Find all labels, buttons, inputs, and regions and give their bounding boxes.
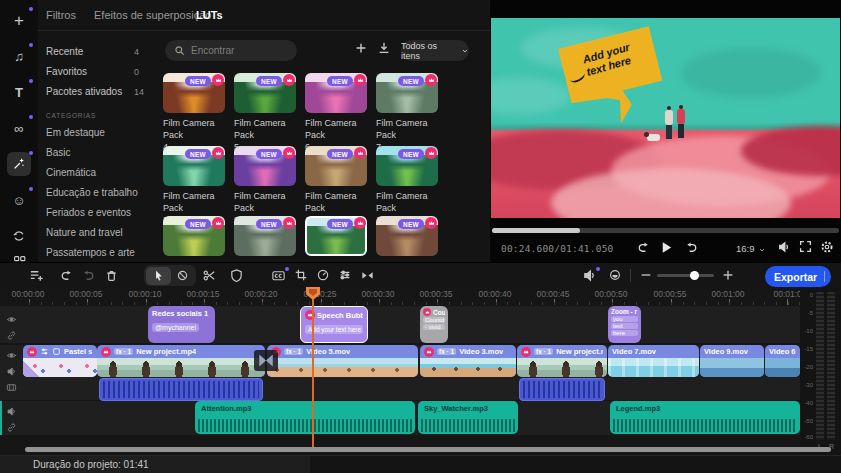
video-clip[interactable]: Video 6.mov — [765, 345, 800, 377]
video-clip[interactable]: fx · 1 New project.mp4 — [97, 345, 265, 377]
transitions-icon[interactable]: ∞ — [7, 116, 31, 140]
download-icon[interactable] — [377, 41, 391, 55]
track-volume-icon[interactable] — [582, 268, 598, 284]
category-education[interactable]: Educação e trabalho — [46, 187, 138, 198]
category-nature[interactable]: Nature and travel — [46, 227, 123, 238]
transition-indicator[interactable] — [254, 350, 278, 371]
audio-clip[interactable]: Attention.mp3 — [195, 401, 415, 434]
track3-link-icon[interactable] — [6, 422, 17, 433]
category-cinematic[interactable]: Cinemática — [46, 167, 96, 178]
render-preview-icon[interactable] — [608, 268, 624, 284]
lut-item[interactable]: NEW — [163, 216, 225, 256]
aspect-ratio-selector[interactable]: 16:9 — [736, 243, 755, 254]
lut-item[interactable]: NEW — [376, 73, 438, 113]
clip-thumbnail — [765, 358, 800, 377]
overlay-clip-zoom[interactable]: Zoom - r you text here — [608, 306, 641, 343]
snap-off-tool-icon[interactable] — [170, 267, 195, 285]
sidebar-item-activated-packs[interactable]: Pacotes ativados — [46, 86, 122, 97]
tab-filters[interactable]: Filtros — [46, 9, 76, 21]
video-clip[interactable]: fx · 1 Video 5.mov — [267, 345, 418, 377]
track1-link-icon[interactable] — [6, 330, 17, 341]
divider — [630, 269, 631, 282]
audio-mixer-icon[interactable] — [338, 268, 354, 284]
zoom-out-icon[interactable] — [639, 268, 655, 284]
captions-icon[interactable] — [271, 268, 287, 284]
category-basic[interactable]: Basic — [46, 147, 70, 158]
recent-count: 4 — [134, 47, 139, 57]
chevron-down-icon[interactable] — [758, 246, 766, 254]
zoom-in-icon[interactable] — [721, 268, 737, 284]
category-holidays[interactable]: Feriados e eventos — [46, 207, 131, 218]
split-scissors-icon[interactable] — [202, 268, 218, 284]
audio-clip[interactable]: Legend.mp3 — [610, 401, 800, 434]
preview-seekbar[interactable] — [492, 228, 839, 233]
sidebar-item-favorites[interactable]: Favoritos — [46, 66, 87, 77]
lut-item[interactable]: NEW — [234, 146, 296, 186]
clip-audio-waveform[interactable] — [519, 378, 605, 401]
fullscreen-icon[interactable] — [799, 240, 812, 253]
overlay-clip-countdown[interactable]: Cou Countd - vivid — [420, 306, 448, 343]
category-hobbies[interactable]: Passatempos e arte — [46, 247, 135, 258]
timeline-ruler[interactable]: 00:00:00 00:00:05 00:00:10 00:00:15 00:0… — [0, 288, 800, 305]
stickers-icon[interactable]: ☺ — [7, 188, 31, 212]
effects-icon[interactable] — [7, 152, 31, 176]
clip-thumbnail — [267, 358, 418, 377]
lut-item[interactable]: NEW — [305, 146, 367, 186]
tab-overlays[interactable]: Efeitos de superposição — [94, 9, 211, 21]
pointer-tool-icon[interactable] — [146, 267, 171, 285]
transition-icon[interactable] — [360, 268, 376, 284]
add-media-icon[interactable]: + — [7, 8, 31, 32]
sidebar-item-recent[interactable]: Recente — [46, 46, 83, 57]
overlay-clip-selected[interactable]: Speech Bubble 69 Add your text here — [300, 306, 368, 343]
categories-header: CATEGORIAS — [46, 112, 96, 119]
video-clip[interactable]: Pastel s — [23, 345, 97, 377]
speed-icon[interactable] — [316, 268, 332, 284]
category-featured[interactable]: Em destaque — [46, 127, 105, 138]
add-lut-button[interactable] — [354, 41, 368, 55]
audio-icon[interactable]: ♫ — [7, 44, 31, 68]
previous-frame-icon[interactable] — [636, 240, 651, 255]
preview-volume-icon[interactable] — [777, 240, 791, 254]
preview-canvas[interactable]: Add yourtext here — [491, 18, 840, 218]
video-clip[interactable]: Video 7.mov — [608, 345, 699, 377]
play-icon[interactable] — [659, 240, 674, 255]
text-icon[interactable]: T — [7, 80, 31, 104]
lut-item[interactable]: NEW — [376, 146, 438, 186]
redo-icon[interactable] — [81, 268, 97, 284]
lut-item[interactable]: NEW — [234, 216, 296, 256]
tab-luts[interactable]: LUTs — [196, 9, 223, 21]
preview-settings-gear-icon[interactable] — [820, 240, 834, 254]
crown-icon — [354, 217, 366, 229]
add-to-timeline-icon[interactable] — [29, 268, 45, 284]
track2-visibility-eye-icon[interactable] — [6, 350, 17, 361]
lut-item[interactable]: NEW — [376, 216, 438, 256]
undo-icon[interactable] — [59, 268, 75, 284]
lut-item[interactable]: NEW — [163, 146, 225, 186]
playhead-line[interactable] — [312, 288, 314, 447]
clip-audio-waveform[interactable] — [99, 378, 263, 401]
next-frame-icon[interactable] — [684, 240, 699, 255]
mask-shield-icon[interactable] — [229, 268, 245, 284]
track3-mute-speaker-icon[interactable] — [6, 406, 17, 417]
video-clip[interactable]: fx · 1 Video 3.mov — [420, 345, 516, 377]
delete-icon[interactable] — [104, 268, 120, 284]
lut-item[interactable]: NEW — [163, 73, 225, 113]
overlay-clip[interactable]: Redes sociais 1 @mychannel — [148, 306, 215, 343]
crop-icon[interactable] — [294, 268, 310, 284]
track2-film-icon[interactable] — [6, 382, 17, 393]
video-clip[interactable]: Video 9.mov — [700, 345, 764, 377]
search-input[interactable]: Encontrar — [165, 40, 297, 61]
lut-item-selected[interactable]: NEW — [305, 216, 367, 256]
track2-mute-speaker-icon[interactable] — [6, 366, 17, 377]
lut-item[interactable]: NEW — [234, 73, 296, 113]
video-clip[interactable]: fx · 1 New project.mp4 — [517, 345, 607, 377]
filter-dropdown[interactable]: Todos os itens — [401, 40, 469, 61]
export-button[interactable]: Exportar — [765, 266, 831, 287]
lut-item[interactable]: NEW — [305, 73, 367, 113]
export-dropdown-chevron-icon[interactable] — [829, 272, 831, 281]
slider-handle[interactable] — [690, 271, 699, 280]
audio-clip[interactable]: Sky_Watcher.mp3 — [418, 401, 518, 434]
timeline-zoom-slider[interactable] — [657, 274, 714, 277]
horizontal-scrollbar[interactable] — [25, 447, 831, 452]
track1-visibility-eye-icon[interactable] — [6, 314, 17, 325]
